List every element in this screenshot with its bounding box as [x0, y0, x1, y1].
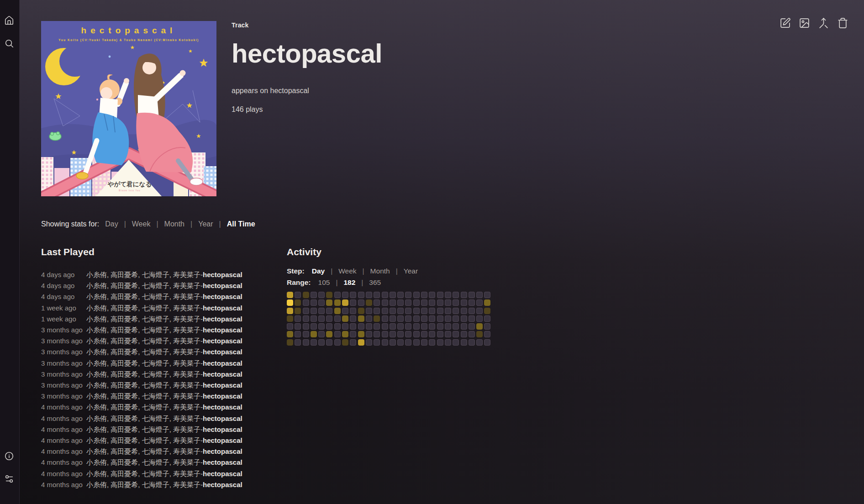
- activity-cell[interactable]: [453, 308, 459, 314]
- list-item[interactable]: 4 months ago小糸侑, 高田憂希, 七海燈子, 寿美菜子 - hect…: [41, 446, 287, 457]
- stats-option-day[interactable]: Day: [105, 220, 118, 228]
- activity-cell[interactable]: [334, 339, 341, 346]
- range-option-182[interactable]: 182: [343, 277, 355, 288]
- activity-cell[interactable]: [421, 299, 427, 306]
- activity-cell[interactable]: [445, 339, 451, 346]
- activity-cell[interactable]: [453, 292, 459, 298]
- list-item[interactable]: 4 months ago小糸侑, 高田憂希, 七海燈子, 寿美菜子 - hect…: [41, 413, 287, 424]
- activity-cell[interactable]: [461, 292, 467, 298]
- activity-cell[interactable]: [366, 315, 372, 322]
- info-icon[interactable]: [4, 451, 15, 462]
- activity-cell[interactable]: [342, 315, 348, 322]
- activity-cell[interactable]: [476, 323, 483, 330]
- edit-button[interactable]: [780, 17, 791, 29]
- activity-cell[interactable]: [390, 308, 396, 314]
- activity-cell[interactable]: [390, 292, 396, 298]
- activity-cell[interactable]: [453, 315, 459, 322]
- activity-cell[interactable]: [453, 323, 459, 330]
- activity-cell[interactable]: [421, 308, 427, 314]
- activity-cell[interactable]: [461, 299, 467, 306]
- step-option-month[interactable]: Month: [370, 265, 390, 277]
- activity-cell[interactable]: [437, 339, 443, 346]
- activity-cell[interactable]: [469, 308, 475, 314]
- appears-on-album-link[interactable]: hectopascal: [270, 87, 309, 94]
- activity-cell[interactable]: [366, 323, 372, 330]
- home-icon[interactable]: [4, 16, 15, 26]
- activity-cell[interactable]: [382, 315, 388, 322]
- activity-cell[interactable]: [303, 323, 309, 330]
- merge-button[interactable]: [818, 17, 829, 29]
- activity-cell[interactable]: [311, 323, 317, 330]
- activity-cell[interactable]: [397, 299, 404, 306]
- activity-cell[interactable]: [287, 308, 293, 314]
- list-item[interactable]: 4 months ago小糸侑, 高田憂希, 七海燈子, 寿美菜子 - hect…: [41, 468, 287, 479]
- activity-cell[interactable]: [303, 339, 309, 346]
- activity-cell[interactable]: [303, 299, 309, 306]
- activity-cell[interactable]: [421, 315, 427, 322]
- list-item[interactable]: 1 week ago小糸侑, 高田憂希, 七海燈子, 寿美菜子 - hectop…: [41, 303, 287, 314]
- activity-cell[interactable]: [311, 315, 317, 322]
- list-item[interactable]: 4 days ago小糸侑, 高田憂希, 七海燈子, 寿美菜子 - hectop…: [41, 269, 287, 280]
- activity-cell[interactable]: [397, 308, 404, 314]
- list-item[interactable]: 4 days ago小糸侑, 高田憂希, 七海燈子, 寿美菜子 - hectop…: [41, 280, 287, 291]
- activity-cell[interactable]: [390, 339, 396, 346]
- activity-cell[interactable]: [326, 299, 332, 306]
- activity-cell[interactable]: [295, 299, 301, 306]
- activity-cell[interactable]: [476, 292, 483, 298]
- activity-cell[interactable]: [287, 315, 293, 322]
- activity-cell[interactable]: [311, 299, 317, 306]
- activity-cell[interactable]: [390, 331, 396, 337]
- activity-cell[interactable]: [342, 292, 348, 298]
- activity-cell[interactable]: [461, 339, 467, 346]
- activity-cell[interactable]: [382, 339, 388, 346]
- activity-cell[interactable]: [461, 315, 467, 322]
- activity-cell[interactable]: [374, 299, 380, 306]
- activity-cell[interactable]: [311, 292, 317, 298]
- activity-cell[interactable]: [382, 299, 388, 306]
- list-item[interactable]: 4 months ago小糸侑, 高田憂希, 七海燈子, 寿美菜子 - hect…: [41, 479, 287, 490]
- activity-cell[interactable]: [334, 315, 341, 322]
- activity-cell[interactable]: [358, 331, 364, 337]
- activity-cell[interactable]: [429, 323, 435, 330]
- search-icon[interactable]: [4, 38, 15, 49]
- activity-cell[interactable]: [405, 323, 411, 330]
- activity-cell[interactable]: [397, 323, 404, 330]
- activity-cell[interactable]: [484, 315, 490, 322]
- activity-cell[interactable]: [469, 339, 475, 346]
- activity-cell[interactable]: [318, 339, 325, 346]
- activity-cell[interactable]: [374, 292, 380, 298]
- activity-cell[interactable]: [413, 315, 420, 322]
- activity-cell[interactable]: [334, 308, 341, 314]
- activity-cell[interactable]: [358, 308, 364, 314]
- activity-cell[interactable]: [287, 331, 293, 337]
- activity-cell[interactable]: [318, 315, 325, 322]
- activity-cell[interactable]: [358, 315, 364, 322]
- activity-cell[interactable]: [405, 331, 411, 337]
- activity-cell[interactable]: [318, 323, 325, 330]
- activity-cell[interactable]: [437, 292, 443, 298]
- activity-cell[interactable]: [405, 339, 411, 346]
- list-item[interactable]: 3 months ago小糸侑, 高田憂希, 七海燈子, 寿美菜子 - hect…: [41, 346, 287, 357]
- activity-cell[interactable]: [374, 323, 380, 330]
- activity-cell[interactable]: [342, 339, 348, 346]
- activity-cell[interactable]: [303, 331, 309, 337]
- activity-cell[interactable]: [342, 308, 348, 314]
- activity-cell[interactable]: [413, 331, 420, 337]
- activity-cell[interactable]: [445, 292, 451, 298]
- settings-icon[interactable]: [4, 474, 15, 485]
- activity-cell[interactable]: [413, 323, 420, 330]
- delete-button[interactable]: [837, 17, 848, 29]
- activity-cell[interactable]: [295, 339, 301, 346]
- activity-cell[interactable]: [326, 323, 332, 330]
- activity-cell[interactable]: [350, 308, 356, 314]
- activity-cell[interactable]: [318, 299, 325, 306]
- activity-cell[interactable]: [429, 308, 435, 314]
- activity-cell[interactable]: [358, 339, 364, 346]
- activity-cell[interactable]: [429, 299, 435, 306]
- activity-cell[interactable]: [397, 339, 404, 346]
- activity-cell[interactable]: [405, 299, 411, 306]
- activity-cell[interactable]: [476, 315, 483, 322]
- activity-cell[interactable]: [484, 308, 490, 314]
- step-option-week[interactable]: Week: [338, 265, 356, 277]
- activity-cell[interactable]: [437, 308, 443, 314]
